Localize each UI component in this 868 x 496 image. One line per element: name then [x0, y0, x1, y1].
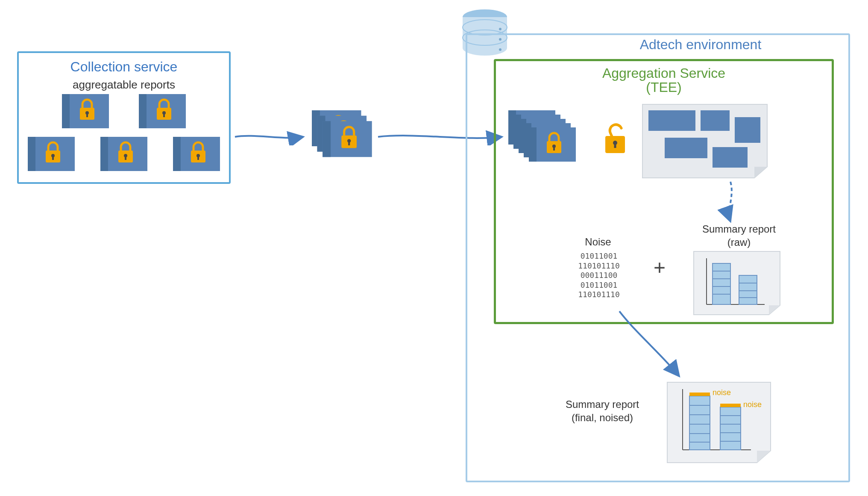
noise-bits-block: 01011001 110101110 00011100 01011001 110… [565, 251, 633, 300]
noise-bits-line: 01011001 [565, 251, 633, 261]
arrow-collection-to-mid [233, 128, 310, 145]
collection-subtitle: aggregatable reports [19, 78, 229, 92]
noise-bits-line: 00011100 [565, 271, 633, 280]
summary-raw-label: Summary report (raw) [688, 222, 790, 249]
noise-label: Noise [566, 235, 630, 248]
noise-bits-line: 01011001 [565, 280, 633, 290]
aggregation-subtitle: (TEE) [496, 80, 832, 95]
collection-reports-group [21, 94, 226, 184]
svg-rect-41 [720, 407, 741, 450]
svg-rect-17 [701, 110, 730, 131]
noise-bits-line: 110101110 [565, 261, 633, 271]
summary-raw-chart-icon [692, 250, 782, 318]
svg-rect-18 [735, 117, 760, 143]
arrow-to-final-summary [602, 308, 696, 385]
aggregation-service-box: Aggregation Service (TEE) [494, 59, 834, 324]
summary-raw-line1: Summary report [702, 223, 776, 235]
unlock-icon [600, 120, 630, 158]
adtech-title: Adtech environment [581, 37, 820, 53]
noise-tag-bar2: noise [743, 400, 762, 409]
noise-tag-bar1: noise [713, 388, 731, 397]
svg-point-10 [499, 28, 501, 30]
arrow-to-raw-summary [718, 180, 743, 227]
svg-rect-19 [665, 138, 707, 158]
svg-rect-28 [739, 275, 757, 304]
svg-rect-23 [713, 263, 730, 304]
svg-rect-16 [648, 110, 695, 131]
summary-final-label: Summary report (final, noised) [547, 398, 658, 424]
summary-raw-line2: (raw) [727, 236, 751, 248]
decrypted-data-sheet-icon [641, 103, 769, 180]
noise-bits-line: 110101110 [565, 290, 633, 300]
plus-icon: + [654, 256, 666, 279]
summary-final-line1: Summary report [566, 399, 639, 410]
svg-rect-15 [614, 144, 616, 148]
summary-final-line2: (final, noised) [572, 412, 633, 423]
collection-title: Collection service [19, 59, 229, 75]
aggregation-locked-stack-icon [508, 110, 594, 170]
aggregation-title: Aggregation Service [496, 65, 832, 81]
svg-rect-40 [689, 393, 710, 396]
svg-rect-46 [720, 404, 741, 407]
svg-rect-20 [713, 147, 748, 168]
